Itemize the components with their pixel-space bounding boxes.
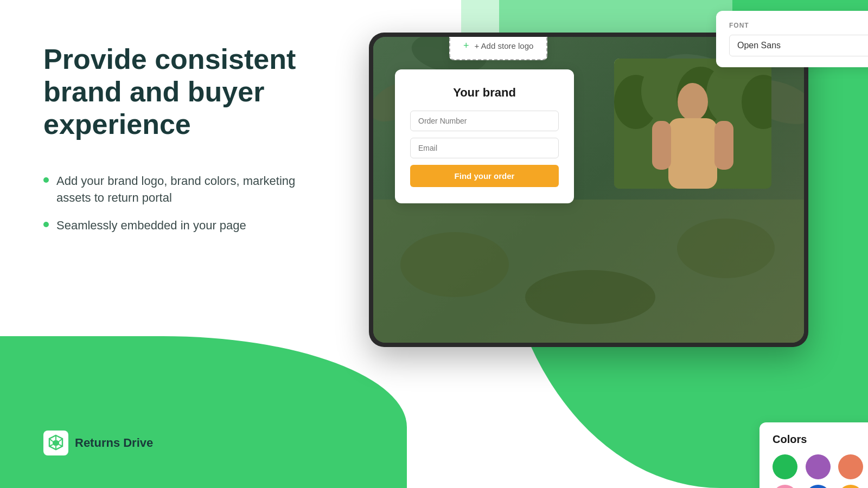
font-label: FONT (729, 22, 868, 29)
page-headline: Provide consistent brand and buyer exper… (43, 43, 326, 140)
svg-rect-19 (652, 121, 671, 170)
main-content: Provide consistent brand and buyer exper… (0, 0, 868, 488)
font-select-row[interactable]: Open Sans (729, 35, 868, 56)
color-swatch-coral[interactable] (838, 454, 863, 479)
color-swatch-pink[interactable] (773, 485, 797, 488)
color-swatch-yellow[interactable] (838, 485, 863, 488)
feature-item-2: Seamlessly embedded in your page (43, 217, 326, 234)
color-grid: + (773, 454, 868, 488)
svg-rect-18 (668, 118, 717, 189)
color-swatch-dark-blue[interactable] (806, 485, 831, 488)
color-swatch-purple[interactable] (806, 454, 831, 479)
order-number-input[interactable] (410, 111, 559, 131)
brand-logo: Returns Drive (43, 431, 326, 455)
add-logo-button[interactable]: + + Add store logo (449, 37, 547, 60)
tablet-mockup: + + Add store logo Your brand Find your … (369, 33, 808, 347)
headline-block: Provide consistent brand and buyer exper… (43, 43, 326, 256)
svg-point-17 (678, 83, 708, 121)
left-panel: Provide consistent brand and buyer exper… (0, 0, 358, 488)
person-silhouette (614, 59, 771, 189)
svg-point-8 (400, 232, 509, 297)
feature-text-2: Seamlessly embedded in your page (56, 217, 246, 234)
colors-card: Colors + (760, 422, 868, 488)
font-card: FONT Open Sans (716, 11, 868, 67)
email-input[interactable] (410, 138, 559, 158)
svg-rect-20 (714, 121, 733, 170)
feature-list: Add your brand logo, brand colors, marke… (43, 173, 326, 234)
svg-point-9 (525, 270, 655, 324)
font-value: Open Sans (737, 41, 868, 50)
add-logo-label: + Add store logo (475, 41, 534, 50)
feature-item-1: Add your brand logo, brand colors, marke… (43, 173, 326, 207)
plus-icon: + (463, 40, 469, 52)
brand-name: Returns Drive (75, 436, 153, 450)
brand-card: Your brand Find your order (395, 69, 574, 203)
brand-card-title: Your brand (410, 86, 559, 100)
colors-title: Colors (773, 433, 868, 446)
find-order-button[interactable]: Find your order (410, 165, 559, 187)
svg-point-10 (677, 219, 775, 278)
right-panel: FONT Open Sans (358, 0, 868, 488)
bullet-dot-2 (43, 222, 49, 227)
woman-photo (614, 59, 771, 189)
bullet-dot-1 (43, 177, 49, 183)
color-swatch-green[interactable] (773, 454, 797, 479)
feature-text-1: Add your brand logo, brand colors, marke… (56, 173, 326, 207)
returns-drive-logo-icon (43, 431, 68, 455)
tablet-screen: + + Add store logo Your brand Find your … (373, 37, 804, 343)
